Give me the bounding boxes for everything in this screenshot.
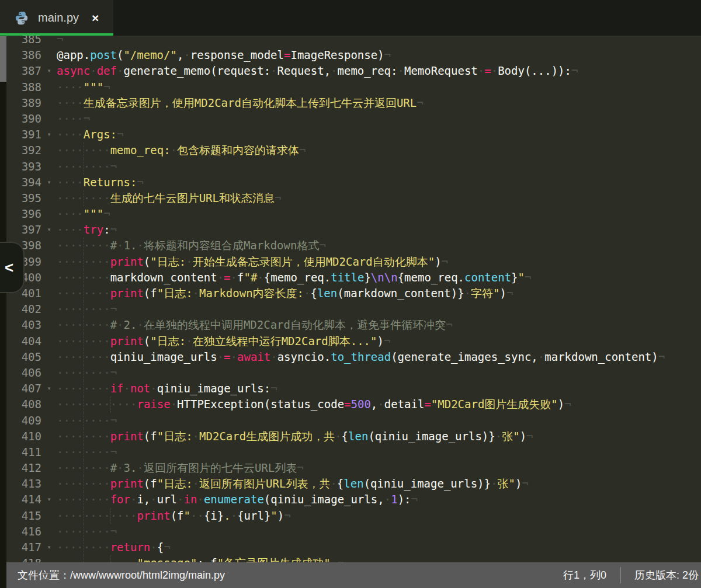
newline-marker: ¬ — [384, 335, 390, 347]
newline-marker: ¬ — [137, 176, 143, 189]
code-line[interactable]: 395········生成的七牛云图片URL和状态消息¬ — [0, 190, 701, 206]
tab-main-py[interactable]: main.py × — [0, 0, 113, 36]
newline-marker: ¬ — [522, 477, 528, 490]
newline-marker: ¬ — [384, 48, 391, 61]
code-line[interactable]: 417▾········return·{¬ — [0, 540, 701, 555]
fold-gutter — [41, 286, 57, 301]
fold-arrow-icon[interactable]: ▾ — [41, 540, 57, 555]
code-line[interactable]: 389····生成备忘录图片，使用MD2Card自动化脚本上传到七牛云并返回UR… — [0, 95, 701, 111]
fold-arrow-icon[interactable]: ▾ — [41, 127, 57, 142]
code-content: ········¬ — [57, 159, 701, 175]
left-scrollbar-thumb[interactable] — [0, 36, 6, 82]
code-line[interactable]: 413········print(f"日志:·返回所有图片URL列表，共·{le… — [0, 476, 701, 492]
fold-gutter — [41, 413, 57, 429]
left-scrollbar-track[interactable] — [0, 36, 6, 588]
fold-arrow-icon[interactable]: ▾ — [41, 381, 57, 396]
fold-gutter — [41, 460, 57, 476]
code-line[interactable]: 385¬ — [0, 36, 701, 47]
fold-gutter — [41, 396, 57, 412]
code-line[interactable]: 399········print("日志:·开始生成备忘录图片，使用MD2Car… — [0, 254, 701, 270]
code-content: ········qiniu_image_urls·=·await·asyncio… — [57, 349, 701, 365]
newline-marker: ¬ — [571, 64, 578, 77]
code-line[interactable]: 408············raise·HTTPException(statu… — [0, 396, 701, 412]
code-content: ¬ — [57, 36, 701, 47]
indent-guide — [110, 396, 111, 412]
code-editor[interactable]: 385¬386@app.post("/memo/",·response_mode… — [0, 36, 701, 562]
code-line[interactable]: 401········print(f"日志:·Markdown内容长度:·{le… — [0, 286, 701, 301]
indent-guide — [84, 301, 84, 317]
fold-arrow-icon[interactable]: ▾ — [41, 222, 57, 238]
code-line[interactable]: 386@app.post("/memo/",·response_model=Im… — [0, 47, 701, 63]
indent-guide — [84, 254, 84, 270]
indent-guide — [110, 508, 111, 524]
fold-arrow-icon[interactable]: ▾ — [41, 63, 57, 79]
fold-gutter — [41, 365, 57, 381]
code-line[interactable]: 404········print("日志:·在独立线程中运行MD2Card脚本.… — [0, 333, 701, 349]
newline-marker: ¬ — [57, 36, 63, 46]
fold-gutter — [41, 206, 57, 222]
code-line[interactable]: 412········#·3.·返回所有图片的七牛云URL列表¬ — [0, 460, 701, 476]
newline-marker: ¬ — [297, 461, 303, 474]
newline-marker: ¬ — [110, 302, 117, 315]
code-content: ········markdown_content·=·f"#·{memo_req… — [57, 270, 701, 286]
code-line[interactable]: 402········¬ — [0, 301, 701, 317]
newline-marker: ¬ — [411, 493, 418, 506]
fold-arrow-icon[interactable]: ▾ — [41, 492, 57, 507]
fold-arrow-icon[interactable]: ▾ — [41, 175, 57, 190]
code-line[interactable]: 403········#·2.·在单独的线程中调用MD2Card自动化脚本，避免… — [0, 317, 701, 333]
code-content: ········print(f"日志:·返回所有图片URL列表，共·{len(q… — [57, 476, 701, 492]
code-line[interactable]: 415············print(f"··{i}.·{url}")¬ — [0, 508, 701, 524]
code-line[interactable]: 411········¬ — [0, 444, 701, 460]
sidebar-toggle-handle[interactable]: < — [0, 242, 25, 293]
code-line[interactable]: 393········¬ — [0, 159, 701, 175]
indent-guide — [84, 317, 84, 333]
indent-guide — [84, 159, 84, 175]
indent-guide — [84, 429, 84, 444]
code-content: ····"""¬ — [57, 206, 701, 222]
newline-marker: ¬ — [319, 239, 325, 252]
code-content: ········#·2.·在单独的线程中调用MD2Card自动化脚本，避免事件循… — [57, 317, 701, 333]
code-line[interactable]: 416········¬ — [0, 524, 701, 540]
code-line[interactable]: 400········markdown_content·=·f"#·{memo_… — [0, 270, 701, 286]
newline-marker: ¬ — [84, 112, 90, 125]
indent-guide — [110, 555, 111, 562]
code-line[interactable]: 397▾····try:¬ — [0, 222, 701, 238]
code-line[interactable]: 387▾async·def·generate_memo(request:·Req… — [0, 63, 701, 79]
code-content: ········for·i,·url·in·enumerate(qiniu_im… — [57, 492, 701, 507]
tab-close-icon[interactable]: × — [92, 11, 99, 25]
code-content: ········¬ — [57, 365, 701, 381]
code-line[interactable]: 418············"message":·f"备忘录图片生成成功",¬ — [0, 555, 701, 562]
newline-marker: ¬ — [525, 271, 531, 284]
indent-guide — [84, 365, 84, 381]
code-line[interactable]: 394▾····Returns:¬ — [0, 175, 701, 190]
code-line[interactable]: 407▾········if·not·qiniu_image_urls:¬ — [0, 381, 701, 396]
newline-marker: ¬ — [117, 128, 123, 141]
newline-marker: ¬ — [110, 525, 117, 538]
code-line[interactable]: 390····¬ — [0, 111, 701, 127]
fold-gutter — [41, 36, 57, 47]
newline-marker: ¬ — [110, 160, 117, 173]
file-path-label: 文件位置：/www/wwwroot/html2img/main.py — [18, 562, 225, 588]
fold-gutter — [41, 301, 57, 317]
code-line[interactable]: 392········memo_req:·包含标题和内容的请求体¬ — [0, 142, 701, 158]
newline-marker: ¬ — [446, 318, 452, 331]
code-line[interactable]: 409········¬ — [0, 413, 701, 429]
code-line[interactable]: 388····"""¬ — [0, 79, 701, 95]
code-line[interactable]: 398········#·1.·将标题和内容组合成Markdown格式¬ — [0, 238, 701, 253]
indent-guide — [84, 444, 84, 460]
code-line[interactable]: 414▾········for·i,·url·in·enumerate(qini… — [0, 492, 701, 507]
code-line[interactable]: 396····"""¬ — [0, 206, 701, 222]
indent-guide — [84, 540, 84, 555]
indent-guide — [84, 270, 84, 286]
code-line[interactable]: 410········print(f"日志:·MD2Card生成图片成功，共·{… — [0, 429, 701, 444]
code-line[interactable]: 405········qiniu_image_urls·=·await·asyn… — [0, 349, 701, 365]
code-line[interactable]: 391▾····Args:¬ — [0, 127, 701, 142]
status-divider — [620, 567, 621, 583]
code-line[interactable]: 406········¬ — [0, 365, 701, 381]
status-bar: 文件位置：/www/wwwroot/html2img/main.py 行1，列0… — [0, 562, 701, 588]
indent-guide — [84, 238, 84, 253]
newline-marker: ¬ — [103, 207, 110, 220]
history-version-button[interactable]: 历史版本: 2份 — [634, 562, 699, 588]
indent-guide — [84, 286, 84, 301]
code-editor-window: { "tab": { "title": "main.py", "close_gl… — [0, 0, 701, 588]
